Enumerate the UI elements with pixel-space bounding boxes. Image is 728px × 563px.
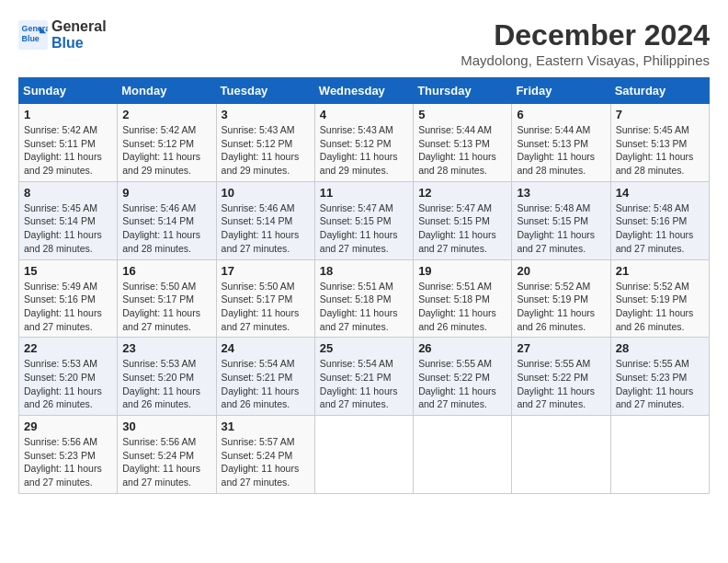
day-number: 17 [222, 264, 310, 278]
calendar-day-cell: 6Sunrise: 5:44 AMSunset: 5:13 PMDaylight… [512, 104, 610, 182]
day-number: 27 [517, 341, 605, 355]
day-number: 29 [24, 419, 112, 433]
calendar-day-cell: 30Sunrise: 5:56 AMSunset: 5:24 PMDayligh… [118, 416, 216, 494]
day-info: Sunrise: 5:54 AMSunset: 5:21 PMDaylight:… [320, 357, 408, 411]
day-info: Sunrise: 5:47 AMSunset: 5:15 PMDaylight:… [418, 201, 506, 256]
title-area: December 2024 Maydolong, Eastern Visayas… [461, 18, 710, 68]
calendar-day-cell: 15Sunrise: 5:49 AMSunset: 5:16 PMDayligh… [19, 259, 118, 338]
calendar-day-cell: 25Sunrise: 5:54 AMSunset: 5:21 PMDayligh… [314, 338, 413, 416]
day-number: 6 [517, 108, 605, 121]
calendar-week-row: 8Sunrise: 5:45 AMSunset: 5:14 PMDaylight… [19, 181, 710, 259]
column-header-wednesday: Wednesday [314, 78, 413, 104]
day-number: 23 [122, 341, 210, 355]
calendar-day-cell: 2Sunrise: 5:42 AMSunset: 5:12 PMDaylight… [118, 104, 216, 182]
day-info: Sunrise: 5:50 AMSunset: 5:17 PMDaylight:… [122, 280, 210, 334]
day-info: Sunrise: 5:42 AMSunset: 5:11 PMDaylight:… [24, 123, 112, 178]
day-number: 22 [24, 341, 112, 355]
logo-text: General Blue [51, 18, 107, 52]
day-number: 24 [222, 341, 310, 355]
day-info: Sunrise: 5:42 AMSunset: 5:12 PMDaylight:… [122, 123, 210, 178]
logo-icon: General Blue [18, 20, 48, 50]
day-info: Sunrise: 5:46 AMSunset: 5:14 PMDaylight:… [222, 201, 310, 256]
calendar-week-row: 22Sunrise: 5:53 AMSunset: 5:20 PMDayligh… [19, 338, 710, 416]
day-number: 13 [517, 186, 605, 200]
calendar-day-cell: 11Sunrise: 5:47 AMSunset: 5:15 PMDayligh… [314, 181, 413, 259]
calendar-day-cell: 29Sunrise: 5:56 AMSunset: 5:23 PMDayligh… [19, 416, 118, 494]
calendar-day-cell: 1Sunrise: 5:42 AMSunset: 5:11 PMDaylight… [19, 104, 118, 182]
logo: General Blue General Blue [18, 18, 107, 52]
day-info: Sunrise: 5:47 AMSunset: 5:15 PMDaylight:… [320, 201, 408, 256]
day-number: 12 [418, 186, 506, 200]
calendar-day-cell: 22Sunrise: 5:53 AMSunset: 5:20 PMDayligh… [19, 338, 118, 416]
column-header-sunday: Sunday [19, 78, 118, 104]
calendar-week-row: 15Sunrise: 5:49 AMSunset: 5:16 PMDayligh… [19, 259, 710, 338]
day-info: Sunrise: 5:57 AMSunset: 5:24 PMDaylight:… [222, 435, 310, 489]
day-number: 25 [320, 341, 408, 355]
column-header-monday: Monday [118, 78, 216, 104]
day-number: 30 [122, 419, 210, 433]
calendar-day-cell: 8Sunrise: 5:45 AMSunset: 5:14 PMDaylight… [19, 181, 118, 259]
day-info: Sunrise: 5:55 AMSunset: 5:23 PMDaylight:… [616, 357, 704, 411]
day-number: 9 [122, 186, 210, 200]
day-number: 18 [320, 264, 408, 278]
day-number: 28 [616, 341, 704, 355]
calendar-day-cell: 7Sunrise: 5:45 AMSunset: 5:13 PMDaylight… [610, 104, 709, 182]
day-number: 11 [320, 186, 408, 200]
day-number: 10 [222, 186, 310, 200]
day-number: 20 [517, 264, 605, 278]
day-number: 26 [418, 341, 506, 355]
svg-text:Blue: Blue [22, 35, 40, 44]
calendar-day-cell: 9Sunrise: 5:46 AMSunset: 5:14 PMDaylight… [118, 181, 216, 259]
month-year-title: December 2024 [461, 18, 710, 52]
day-info: Sunrise: 5:45 AMSunset: 5:14 PMDaylight:… [24, 201, 112, 256]
day-info: Sunrise: 5:44 AMSunset: 5:13 PMDaylight:… [517, 123, 605, 178]
day-info: Sunrise: 5:46 AMSunset: 5:14 PMDaylight:… [122, 201, 210, 256]
day-number: 2 [122, 108, 210, 121]
day-info: Sunrise: 5:52 AMSunset: 5:19 PMDaylight:… [616, 280, 704, 334]
day-number: 21 [616, 264, 704, 278]
day-info: Sunrise: 5:49 AMSunset: 5:16 PMDaylight:… [24, 280, 112, 334]
day-info: Sunrise: 5:53 AMSunset: 5:20 PMDaylight:… [122, 357, 210, 411]
calendar-day-cell: 19Sunrise: 5:51 AMSunset: 5:18 PMDayligh… [414, 259, 512, 338]
calendar-day-cell: 27Sunrise: 5:55 AMSunset: 5:22 PMDayligh… [512, 338, 610, 416]
day-number: 7 [616, 108, 704, 121]
calendar-day-cell: 28Sunrise: 5:55 AMSunset: 5:23 PMDayligh… [610, 338, 709, 416]
day-info: Sunrise: 5:54 AMSunset: 5:21 PMDaylight:… [222, 357, 310, 411]
calendar-day-cell: 13Sunrise: 5:48 AMSunset: 5:15 PMDayligh… [512, 181, 610, 259]
day-info: Sunrise: 5:51 AMSunset: 5:18 PMDaylight:… [418, 280, 506, 334]
day-info: Sunrise: 5:52 AMSunset: 5:19 PMDaylight:… [517, 280, 605, 334]
day-info: Sunrise: 5:44 AMSunset: 5:13 PMDaylight:… [418, 123, 506, 178]
calendar-day-cell: 20Sunrise: 5:52 AMSunset: 5:19 PMDayligh… [512, 259, 610, 338]
column-header-thursday: Thursday [414, 78, 512, 104]
day-number: 19 [418, 264, 506, 278]
calendar-table: SundayMondayTuesdayWednesdayThursdayFrid… [18, 77, 710, 494]
day-number: 31 [222, 419, 310, 433]
day-info: Sunrise: 5:48 AMSunset: 5:15 PMDaylight:… [517, 201, 605, 256]
day-number: 8 [24, 186, 112, 200]
calendar-day-cell: 3Sunrise: 5:43 AMSunset: 5:12 PMDaylight… [216, 104, 314, 182]
calendar-week-row: 29Sunrise: 5:56 AMSunset: 5:23 PMDayligh… [19, 416, 710, 494]
calendar-day-cell [512, 416, 610, 494]
day-number: 16 [122, 264, 210, 278]
calendar-day-cell: 5Sunrise: 5:44 AMSunset: 5:13 PMDaylight… [414, 104, 512, 182]
page-header: General Blue General Blue December 2024 … [18, 18, 710, 68]
calendar-day-cell [414, 416, 512, 494]
day-info: Sunrise: 5:48 AMSunset: 5:16 PMDaylight:… [616, 201, 704, 256]
calendar-day-cell: 31Sunrise: 5:57 AMSunset: 5:24 PMDayligh… [216, 416, 314, 494]
day-info: Sunrise: 5:56 AMSunset: 5:24 PMDaylight:… [122, 435, 210, 489]
day-info: Sunrise: 5:43 AMSunset: 5:12 PMDaylight:… [222, 123, 310, 178]
calendar-header-row: SundayMondayTuesdayWednesdayThursdayFrid… [19, 78, 710, 104]
column-header-tuesday: Tuesday [216, 78, 314, 104]
calendar-day-cell: 14Sunrise: 5:48 AMSunset: 5:16 PMDayligh… [610, 181, 709, 259]
day-info: Sunrise: 5:51 AMSunset: 5:18 PMDaylight:… [320, 280, 408, 334]
calendar-day-cell: 24Sunrise: 5:54 AMSunset: 5:21 PMDayligh… [216, 338, 314, 416]
column-header-friday: Friday [512, 78, 610, 104]
day-number: 5 [418, 108, 506, 121]
calendar-day-cell: 16Sunrise: 5:50 AMSunset: 5:17 PMDayligh… [118, 259, 216, 338]
day-info: Sunrise: 5:43 AMSunset: 5:12 PMDaylight:… [320, 123, 408, 178]
calendar-day-cell: 21Sunrise: 5:52 AMSunset: 5:19 PMDayligh… [610, 259, 709, 338]
day-info: Sunrise: 5:55 AMSunset: 5:22 PMDaylight:… [517, 357, 605, 411]
calendar-week-row: 1Sunrise: 5:42 AMSunset: 5:11 PMDaylight… [19, 104, 710, 182]
calendar-day-cell: 12Sunrise: 5:47 AMSunset: 5:15 PMDayligh… [414, 181, 512, 259]
calendar-day-cell: 26Sunrise: 5:55 AMSunset: 5:22 PMDayligh… [414, 338, 512, 416]
